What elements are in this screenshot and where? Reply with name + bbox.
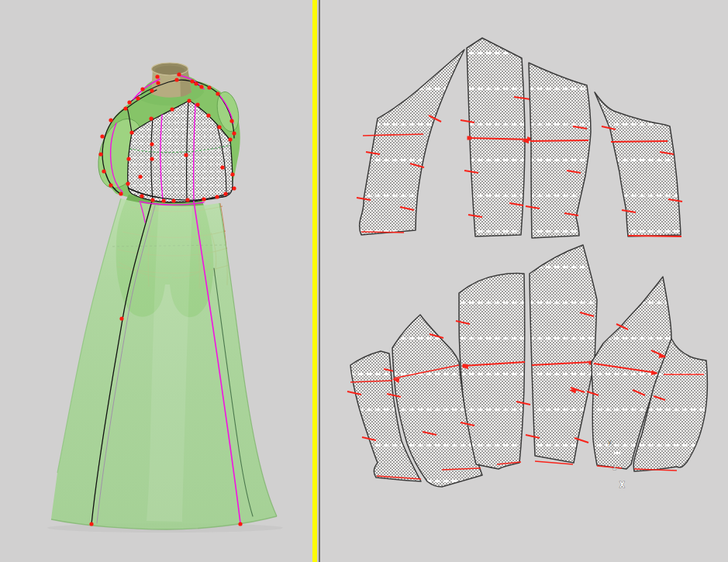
pattern-pieces bbox=[347, 38, 707, 487]
pattern-piece-1[interactable] bbox=[357, 50, 464, 235]
viewport-divider[interactable] bbox=[312, 0, 320, 562]
pattern-piece-4[interactable] bbox=[595, 92, 682, 236]
pattern-piece-3[interactable] bbox=[522, 63, 591, 238]
line-endpoint bbox=[468, 136, 471, 140]
pattern-piece-8[interactable] bbox=[526, 245, 597, 464]
grading-mark bbox=[611, 141, 668, 142]
grading-mark bbox=[628, 236, 681, 236]
axis-tick bbox=[614, 452, 620, 454]
pattern-2d-canvas[interactable]: y z X bbox=[320, 0, 728, 562]
grading-mark bbox=[530, 140, 588, 141]
viewport-3d-garment[interactable] bbox=[0, 0, 312, 562]
garment-3d-canvas[interactable] bbox=[0, 0, 312, 562]
garment-cad-window: y z X bbox=[0, 0, 728, 562]
garment-skirt[interactable] bbox=[51, 198, 277, 529]
pattern-piece-2[interactable] bbox=[461, 38, 537, 236]
axis-label-z: z bbox=[612, 464, 616, 471]
viewport-2d-patterns[interactable]: y z X bbox=[320, 0, 728, 562]
grading-mark bbox=[361, 232, 404, 233]
axis-label-y: y bbox=[608, 439, 612, 446]
axis-label-x: X bbox=[619, 480, 625, 490]
